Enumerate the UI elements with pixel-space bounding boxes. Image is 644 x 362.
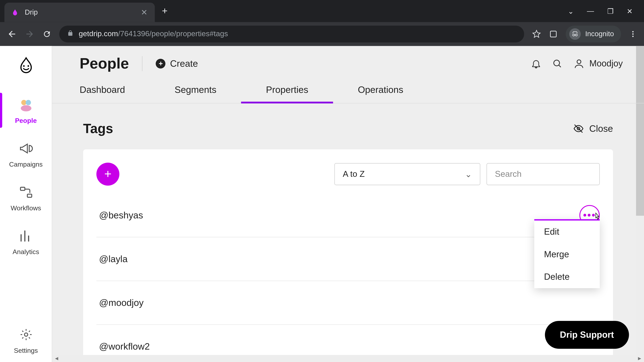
reload-button[interactable] (42, 30, 51, 38)
eye-off-icon (574, 123, 584, 134)
drip-logo-icon[interactable] (15, 54, 36, 75)
tab-search-icon[interactable]: ⌄ (568, 7, 574, 15)
svg-rect-0 (550, 31, 556, 37)
svg-point-15 (577, 60, 581, 63)
people-icon (18, 96, 34, 113)
minimize-icon[interactable]: ― (587, 7, 594, 15)
kebab-menu-icon[interactable] (629, 30, 637, 38)
tab-close-icon[interactable]: ✕ (140, 7, 148, 17)
dropdown-edit[interactable]: Edit (534, 221, 600, 243)
browser-tab[interactable]: Drip ✕ (4, 3, 155, 22)
svg-rect-12 (27, 194, 32, 197)
support-label: Drip Support (560, 330, 614, 339)
account-menu[interactable]: Moodjoy (574, 58, 623, 69)
close-label: Close (589, 123, 613, 134)
search-input[interactable] (486, 163, 600, 185)
scroll-right-icon[interactable]: ► (635, 355, 644, 362)
address-bar: getdrip.com/7641396/people/properties#ta… (0, 22, 644, 46)
tag-name: @moodjoy (96, 298, 144, 308)
tab-dashboard[interactable]: Dashboard (80, 84, 150, 103)
sort-select[interactable]: A to Z ⌄ (334, 163, 480, 185)
dots-icon: ••• (583, 210, 596, 220)
tag-name: @workflow2 (96, 341, 150, 352)
scroll-left-icon[interactable]: ◄ (52, 355, 61, 362)
sidebar-item-label: Analytics (12, 248, 39, 256)
svg-rect-11 (20, 187, 25, 190)
create-label: Create (170, 58, 198, 69)
svg-point-9 (26, 100, 31, 105)
maximize-icon[interactable]: ❐ (607, 7, 614, 15)
tab-operations[interactable]: Operations (333, 84, 428, 103)
sidebar-item-label: Settings (14, 347, 38, 354)
analytics-icon (18, 228, 34, 244)
browser-chrome: Drip ✕ + ⌄ ― ❐ ✕ getdrip.com/7641396/peo… (0, 0, 644, 46)
support-button[interactable]: Drip Support (545, 321, 629, 349)
new-tab-button[interactable]: + (162, 5, 168, 17)
sort-value: A to Z (343, 169, 365, 179)
tag-name: @layla (96, 254, 128, 264)
add-tag-button[interactable]: + (96, 163, 120, 186)
svg-point-7 (27, 65, 29, 67)
tags-title: Tags (83, 121, 113, 136)
account-name: Moodjoy (589, 58, 623, 68)
divider (142, 56, 143, 71)
incognito-label: Incognito (585, 30, 614, 38)
page-title: People (80, 55, 129, 72)
sidebar-item-campaigns[interactable]: Campaigns (0, 132, 52, 176)
svg-point-13 (24, 333, 28, 336)
svg-point-4 (632, 33, 634, 35)
chevron-down-icon: ⌄ (465, 169, 472, 179)
user-icon (574, 58, 585, 69)
bookmark-icon[interactable] (532, 30, 541, 38)
extensions-icon[interactable] (549, 30, 558, 38)
tab-properties[interactable]: Properties (241, 84, 333, 103)
svg-point-1 (573, 34, 575, 36)
close-window-icon[interactable]: ✕ (627, 7, 632, 15)
incognito-icon (569, 28, 581, 40)
url-text: getdrip.com/7641396/people/properties#ta… (79, 30, 228, 38)
svg-point-6 (23, 65, 24, 67)
workflow-icon (18, 184, 34, 201)
tags-header: Tags Close (83, 121, 613, 136)
topbar: People + Create Moodjoy (52, 46, 644, 72)
tag-name: @beshyas (96, 210, 143, 221)
tag-row: @beshyas ••• Edit Merge Delete (96, 194, 600, 237)
tag-row: @moodjoy ••• (96, 281, 600, 325)
forward-button[interactable] (25, 29, 34, 39)
megaphone-icon (18, 140, 34, 157)
tab-bar: Drip ✕ + ⌄ ― ❐ ✕ (0, 0, 644, 22)
svg-point-5 (632, 36, 634, 37)
tab-segments[interactable]: Segments (150, 84, 241, 103)
tab-title: Drip (25, 8, 134, 16)
tags-card: + A to Z ⌄ @beshyas ••• Edit (83, 149, 613, 362)
sidebar-item-label: Workflows (10, 204, 41, 212)
dropdown-delete[interactable]: Delete (534, 266, 600, 288)
svg-point-2 (576, 34, 578, 36)
back-button[interactable] (7, 29, 17, 39)
search-icon[interactable] (552, 58, 563, 69)
tag-row: @layla ••• (96, 237, 600, 281)
main-content: People + Create Moodjoy Dashboard (52, 46, 644, 362)
lock-icon (67, 30, 74, 38)
horizontal-scrollbar[interactable]: ◄ ► (52, 355, 644, 362)
notifications-icon[interactable] (531, 58, 542, 69)
app-viewport: People Campaigns Workflows Analytics Se (0, 46, 644, 362)
sidebar-item-workflows[interactable]: Workflows (0, 176, 52, 220)
gear-icon (18, 326, 34, 343)
dropdown-merge[interactable]: Merge (534, 243, 600, 266)
create-button[interactable]: + Create (156, 58, 198, 69)
svg-point-10 (21, 105, 31, 111)
row-actions-dropdown: Edit Merge Delete (534, 219, 600, 288)
drip-favicon-icon (10, 8, 20, 17)
tag-list: @beshyas ••• Edit Merge Delete @layla ••… (96, 194, 600, 362)
incognito-chip[interactable]: Incognito (566, 26, 621, 42)
sidebar-item-settings[interactable]: Settings (0, 318, 52, 362)
close-button[interactable]: Close (574, 123, 613, 134)
svg-point-3 (632, 31, 634, 32)
tabs: Dashboard Segments Properties Operations (52, 72, 644, 103)
card-controls: + A to Z ⌄ (96, 163, 600, 186)
sidebar-item-people[interactable]: People (0, 88, 52, 132)
url-field[interactable]: getdrip.com/7641396/people/properties#ta… (59, 26, 524, 42)
plus-circle-icon: + (156, 58, 166, 68)
sidebar-item-analytics[interactable]: Analytics (0, 220, 52, 264)
